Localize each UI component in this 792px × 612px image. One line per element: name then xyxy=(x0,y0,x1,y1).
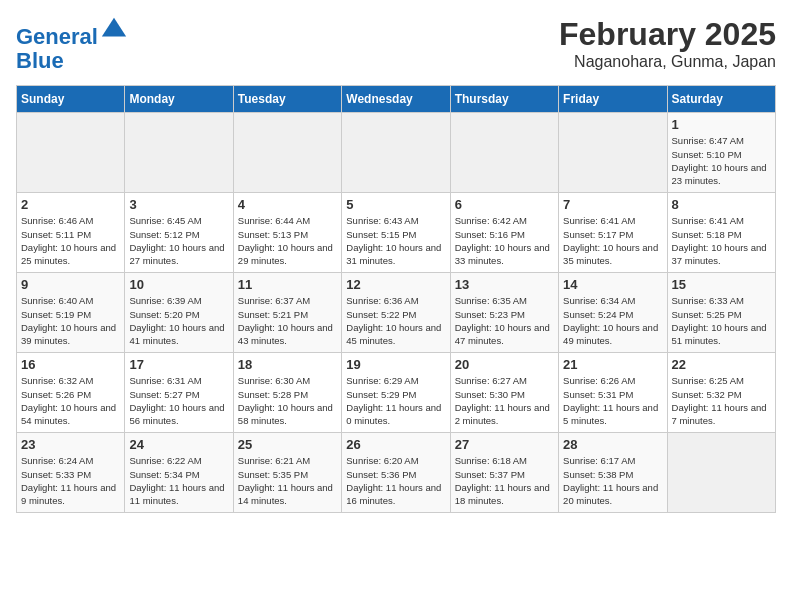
day-info: Sunrise: 6:43 AM Sunset: 5:15 PM Dayligh… xyxy=(346,214,445,267)
calendar-cell: 1Sunrise: 6:47 AM Sunset: 5:10 PM Daylig… xyxy=(667,113,775,193)
day-number: 25 xyxy=(238,437,337,452)
day-info: Sunrise: 6:32 AM Sunset: 5:26 PM Dayligh… xyxy=(21,374,120,427)
day-number: 12 xyxy=(346,277,445,292)
calendar-cell: 4Sunrise: 6:44 AM Sunset: 5:13 PM Daylig… xyxy=(233,193,341,273)
day-info: Sunrise: 6:40 AM Sunset: 5:19 PM Dayligh… xyxy=(21,294,120,347)
day-info: Sunrise: 6:27 AM Sunset: 5:30 PM Dayligh… xyxy=(455,374,554,427)
calendar-cell: 15Sunrise: 6:33 AM Sunset: 5:25 PM Dayli… xyxy=(667,273,775,353)
day-number: 14 xyxy=(563,277,662,292)
day-number: 28 xyxy=(563,437,662,452)
calendar-cell: 3Sunrise: 6:45 AM Sunset: 5:12 PM Daylig… xyxy=(125,193,233,273)
month-title: February 2025 xyxy=(559,16,776,53)
calendar-cell: 8Sunrise: 6:41 AM Sunset: 5:18 PM Daylig… xyxy=(667,193,775,273)
day-number: 20 xyxy=(455,357,554,372)
calendar-week-row: 16Sunrise: 6:32 AM Sunset: 5:26 PM Dayli… xyxy=(17,353,776,433)
page-header: General Blue February 2025 Naganohara, G… xyxy=(16,16,776,73)
day-number: 3 xyxy=(129,197,228,212)
day-number: 8 xyxy=(672,197,771,212)
day-number: 2 xyxy=(21,197,120,212)
calendar-cell: 14Sunrise: 6:34 AM Sunset: 5:24 PM Dayli… xyxy=(559,273,667,353)
calendar-cell: 26Sunrise: 6:20 AM Sunset: 5:36 PM Dayli… xyxy=(342,433,450,513)
calendar-cell: 28Sunrise: 6:17 AM Sunset: 5:38 PM Dayli… xyxy=(559,433,667,513)
day-number: 23 xyxy=(21,437,120,452)
calendar-cell: 6Sunrise: 6:42 AM Sunset: 5:16 PM Daylig… xyxy=(450,193,558,273)
day-info: Sunrise: 6:46 AM Sunset: 5:11 PM Dayligh… xyxy=(21,214,120,267)
calendar-cell: 17Sunrise: 6:31 AM Sunset: 5:27 PM Dayli… xyxy=(125,353,233,433)
weekday-header-sunday: Sunday xyxy=(17,86,125,113)
day-number: 13 xyxy=(455,277,554,292)
day-info: Sunrise: 6:17 AM Sunset: 5:38 PM Dayligh… xyxy=(563,454,662,507)
calendar-table: SundayMondayTuesdayWednesdayThursdayFrid… xyxy=(16,85,776,513)
day-number: 19 xyxy=(346,357,445,372)
day-info: Sunrise: 6:20 AM Sunset: 5:36 PM Dayligh… xyxy=(346,454,445,507)
day-info: Sunrise: 6:26 AM Sunset: 5:31 PM Dayligh… xyxy=(563,374,662,427)
calendar-cell: 21Sunrise: 6:26 AM Sunset: 5:31 PM Dayli… xyxy=(559,353,667,433)
logo: General Blue xyxy=(16,16,128,73)
day-info: Sunrise: 6:33 AM Sunset: 5:25 PM Dayligh… xyxy=(672,294,771,347)
calendar-cell: 23Sunrise: 6:24 AM Sunset: 5:33 PM Dayli… xyxy=(17,433,125,513)
day-info: Sunrise: 6:37 AM Sunset: 5:21 PM Dayligh… xyxy=(238,294,337,347)
day-number: 21 xyxy=(563,357,662,372)
calendar-cell xyxy=(667,433,775,513)
calendar-week-row: 2Sunrise: 6:46 AM Sunset: 5:11 PM Daylig… xyxy=(17,193,776,273)
calendar-cell: 22Sunrise: 6:25 AM Sunset: 5:32 PM Dayli… xyxy=(667,353,775,433)
day-info: Sunrise: 6:44 AM Sunset: 5:13 PM Dayligh… xyxy=(238,214,337,267)
logo-blue: Blue xyxy=(16,48,64,73)
day-info: Sunrise: 6:30 AM Sunset: 5:28 PM Dayligh… xyxy=(238,374,337,427)
weekday-header-tuesday: Tuesday xyxy=(233,86,341,113)
calendar-cell: 11Sunrise: 6:37 AM Sunset: 5:21 PM Dayli… xyxy=(233,273,341,353)
calendar-cell: 9Sunrise: 6:40 AM Sunset: 5:19 PM Daylig… xyxy=(17,273,125,353)
day-info: Sunrise: 6:35 AM Sunset: 5:23 PM Dayligh… xyxy=(455,294,554,347)
day-info: Sunrise: 6:39 AM Sunset: 5:20 PM Dayligh… xyxy=(129,294,228,347)
day-info: Sunrise: 6:45 AM Sunset: 5:12 PM Dayligh… xyxy=(129,214,228,267)
calendar-cell xyxy=(17,113,125,193)
logo-icon xyxy=(100,16,128,44)
day-number: 5 xyxy=(346,197,445,212)
day-number: 9 xyxy=(21,277,120,292)
day-number: 11 xyxy=(238,277,337,292)
title-block: February 2025 Naganohara, Gunma, Japan xyxy=(559,16,776,71)
day-info: Sunrise: 6:25 AM Sunset: 5:32 PM Dayligh… xyxy=(672,374,771,427)
calendar-cell: 20Sunrise: 6:27 AM Sunset: 5:30 PM Dayli… xyxy=(450,353,558,433)
day-info: Sunrise: 6:47 AM Sunset: 5:10 PM Dayligh… xyxy=(672,134,771,187)
day-number: 15 xyxy=(672,277,771,292)
weekday-header-friday: Friday xyxy=(559,86,667,113)
logo-general: General xyxy=(16,24,98,49)
day-number: 22 xyxy=(672,357,771,372)
svg-marker-0 xyxy=(102,18,126,37)
day-number: 24 xyxy=(129,437,228,452)
calendar-cell xyxy=(233,113,341,193)
day-number: 17 xyxy=(129,357,228,372)
calendar-week-row: 1Sunrise: 6:47 AM Sunset: 5:10 PM Daylig… xyxy=(17,113,776,193)
day-info: Sunrise: 6:31 AM Sunset: 5:27 PM Dayligh… xyxy=(129,374,228,427)
day-number: 1 xyxy=(672,117,771,132)
calendar-cell xyxy=(342,113,450,193)
day-number: 4 xyxy=(238,197,337,212)
weekday-header-saturday: Saturday xyxy=(667,86,775,113)
calendar-week-row: 23Sunrise: 6:24 AM Sunset: 5:33 PM Dayli… xyxy=(17,433,776,513)
day-number: 26 xyxy=(346,437,445,452)
day-number: 10 xyxy=(129,277,228,292)
day-number: 16 xyxy=(21,357,120,372)
weekday-header-monday: Monday xyxy=(125,86,233,113)
day-info: Sunrise: 6:34 AM Sunset: 5:24 PM Dayligh… xyxy=(563,294,662,347)
day-info: Sunrise: 6:29 AM Sunset: 5:29 PM Dayligh… xyxy=(346,374,445,427)
day-number: 6 xyxy=(455,197,554,212)
calendar-cell: 10Sunrise: 6:39 AM Sunset: 5:20 PM Dayli… xyxy=(125,273,233,353)
calendar-cell: 2Sunrise: 6:46 AM Sunset: 5:11 PM Daylig… xyxy=(17,193,125,273)
day-info: Sunrise: 6:41 AM Sunset: 5:18 PM Dayligh… xyxy=(672,214,771,267)
day-info: Sunrise: 6:21 AM Sunset: 5:35 PM Dayligh… xyxy=(238,454,337,507)
day-number: 27 xyxy=(455,437,554,452)
day-info: Sunrise: 6:41 AM Sunset: 5:17 PM Dayligh… xyxy=(563,214,662,267)
location-title: Naganohara, Gunma, Japan xyxy=(559,53,776,71)
day-info: Sunrise: 6:42 AM Sunset: 5:16 PM Dayligh… xyxy=(455,214,554,267)
calendar-cell: 25Sunrise: 6:21 AM Sunset: 5:35 PM Dayli… xyxy=(233,433,341,513)
weekday-header-row: SundayMondayTuesdayWednesdayThursdayFrid… xyxy=(17,86,776,113)
day-info: Sunrise: 6:18 AM Sunset: 5:37 PM Dayligh… xyxy=(455,454,554,507)
calendar-cell: 18Sunrise: 6:30 AM Sunset: 5:28 PM Dayli… xyxy=(233,353,341,433)
day-info: Sunrise: 6:36 AM Sunset: 5:22 PM Dayligh… xyxy=(346,294,445,347)
day-info: Sunrise: 6:24 AM Sunset: 5:33 PM Dayligh… xyxy=(21,454,120,507)
calendar-cell: 16Sunrise: 6:32 AM Sunset: 5:26 PM Dayli… xyxy=(17,353,125,433)
calendar-week-row: 9Sunrise: 6:40 AM Sunset: 5:19 PM Daylig… xyxy=(17,273,776,353)
day-info: Sunrise: 6:22 AM Sunset: 5:34 PM Dayligh… xyxy=(129,454,228,507)
